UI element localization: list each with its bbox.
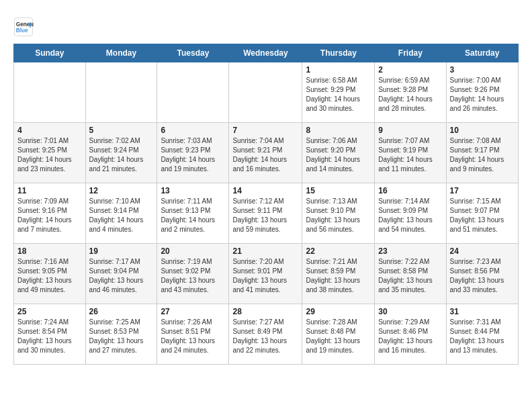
day-number: 13 xyxy=(161,186,225,195)
calendar-body: 1Sunrise: 6:58 AM Sunset: 9:29 PM Daylig… xyxy=(14,62,519,365)
day-number: 7 xyxy=(232,126,298,135)
calendar-cell: 1Sunrise: 6:58 AM Sunset: 9:29 PM Daylig… xyxy=(302,62,375,123)
calendar-cell: 8Sunrise: 7:06 AM Sunset: 9:20 PM Daylig… xyxy=(302,123,375,183)
day-info: Sunrise: 7:14 AM Sunset: 9:09 PM Dayligh… xyxy=(378,197,442,234)
calendar-cell: 26Sunrise: 7:25 AM Sunset: 8:53 PM Dayli… xyxy=(85,304,157,365)
day-number: 19 xyxy=(89,246,154,256)
day-info: Sunrise: 7:01 AM Sunset: 9:25 PM Dayligh… xyxy=(17,136,82,174)
calendar-cell: 29Sunrise: 7:28 AM Sunset: 8:48 PM Dayli… xyxy=(302,304,375,365)
day-of-week-header: Saturday xyxy=(446,44,518,62)
calendar-cell: 2Sunrise: 6:59 AM Sunset: 9:28 PM Daylig… xyxy=(375,62,446,123)
day-info: Sunrise: 7:07 AM Sunset: 9:19 PM Dayligh… xyxy=(378,136,442,174)
day-number: 28 xyxy=(232,307,298,316)
day-info: Sunrise: 7:13 AM Sunset: 9:10 PM Dayligh… xyxy=(306,197,371,234)
day-info: Sunrise: 7:19 AM Sunset: 9:02 PM Dayligh… xyxy=(161,257,225,295)
calendar-cell: 16Sunrise: 7:14 AM Sunset: 9:09 PM Dayli… xyxy=(375,183,446,244)
day-info: Sunrise: 7:29 AM Sunset: 8:46 PM Dayligh… xyxy=(378,318,442,355)
calendar-week-row: 1Sunrise: 6:58 AM Sunset: 9:29 PM Daylig… xyxy=(14,62,519,123)
calendar-cell: 4Sunrise: 7:01 AM Sunset: 9:25 PM Daylig… xyxy=(14,123,86,183)
day-number: 9 xyxy=(378,126,442,135)
day-of-week-header: Wednesday xyxy=(229,44,302,62)
day-info: Sunrise: 7:15 AM Sunset: 9:07 PM Dayligh… xyxy=(450,197,515,234)
calendar-cell: 19Sunrise: 7:17 AM Sunset: 9:04 PM Dayli… xyxy=(85,244,157,304)
day-number: 11 xyxy=(17,186,82,195)
day-info: Sunrise: 7:24 AM Sunset: 8:54 PM Dayligh… xyxy=(17,318,82,355)
logo: General Blue xyxy=(13,17,36,37)
day-info: Sunrise: 7:08 AM Sunset: 9:17 PM Dayligh… xyxy=(450,136,515,174)
calendar-cell: 6Sunrise: 7:03 AM Sunset: 9:23 PM Daylig… xyxy=(157,123,229,183)
calendar-cell: 15Sunrise: 7:13 AM Sunset: 9:10 PM Dayli… xyxy=(302,183,375,244)
day-info: Sunrise: 7:12 AM Sunset: 9:11 PM Dayligh… xyxy=(232,197,298,234)
day-of-week-header: Sunday xyxy=(14,44,86,62)
svg-text:Blue: Blue xyxy=(16,28,28,34)
day-info: Sunrise: 7:03 AM Sunset: 9:23 PM Dayligh… xyxy=(161,136,225,174)
day-number: 12 xyxy=(89,186,154,195)
day-number: 16 xyxy=(378,186,442,195)
day-number: 8 xyxy=(306,126,371,135)
day-number: 10 xyxy=(450,126,515,135)
day-info: Sunrise: 6:58 AM Sunset: 9:29 PM Dayligh… xyxy=(306,76,371,113)
calendar-cell: 22Sunrise: 7:21 AM Sunset: 8:59 PM Dayli… xyxy=(302,244,375,304)
calendar-cell: 28Sunrise: 7:27 AM Sunset: 8:49 PM Dayli… xyxy=(229,304,302,365)
day-number: 30 xyxy=(378,307,442,316)
day-number: 22 xyxy=(306,246,371,256)
calendar-cell: 18Sunrise: 7:16 AM Sunset: 9:05 PM Dayli… xyxy=(14,244,86,304)
day-info: Sunrise: 7:25 AM Sunset: 8:53 PM Dayligh… xyxy=(89,318,154,355)
day-number: 18 xyxy=(17,246,82,256)
day-of-week-header: Monday xyxy=(85,44,157,62)
day-number: 29 xyxy=(306,307,371,316)
day-number: 14 xyxy=(232,186,298,195)
day-number: 20 xyxy=(161,246,225,256)
day-info: Sunrise: 7:10 AM Sunset: 9:14 PM Dayligh… xyxy=(89,197,154,234)
calendar-cell: 23Sunrise: 7:22 AM Sunset: 8:58 PM Dayli… xyxy=(375,244,446,304)
calendar-cell: 27Sunrise: 7:26 AM Sunset: 8:51 PM Dayli… xyxy=(157,304,229,365)
calendar-week-row: 25Sunrise: 7:24 AM Sunset: 8:54 PM Dayli… xyxy=(14,304,519,365)
calendar-cell xyxy=(157,62,229,123)
calendar-cell: 9Sunrise: 7:07 AM Sunset: 9:19 PM Daylig… xyxy=(375,123,446,183)
day-of-week-header: Tuesday xyxy=(157,44,229,62)
calendar-week-row: 4Sunrise: 7:01 AM Sunset: 9:25 PM Daylig… xyxy=(14,123,519,183)
day-number: 31 xyxy=(450,307,515,316)
day-info: Sunrise: 7:00 AM Sunset: 9:26 PM Dayligh… xyxy=(450,76,515,113)
day-of-week-header: Thursday xyxy=(302,44,375,62)
day-info: Sunrise: 7:26 AM Sunset: 8:51 PM Dayligh… xyxy=(161,318,225,355)
calendar-cell: 3Sunrise: 7:00 AM Sunset: 9:26 PM Daylig… xyxy=(446,62,518,123)
day-number: 17 xyxy=(450,186,515,195)
day-of-week-header: Friday xyxy=(375,44,446,62)
day-info: Sunrise: 7:02 AM Sunset: 9:24 PM Dayligh… xyxy=(89,136,154,174)
day-number: 5 xyxy=(89,126,154,135)
day-number: 15 xyxy=(306,186,371,195)
page-header: General Blue xyxy=(13,13,519,37)
day-number: 26 xyxy=(89,307,154,316)
days-of-week-row: SundayMondayTuesdayWednesdayThursdayFrid… xyxy=(14,44,519,62)
day-info: Sunrise: 7:21 AM Sunset: 8:59 PM Dayligh… xyxy=(306,257,371,295)
logo-icon: General Blue xyxy=(13,17,34,37)
day-number: 2 xyxy=(378,65,442,75)
day-info: Sunrise: 7:09 AM Sunset: 9:16 PM Dayligh… xyxy=(17,197,82,234)
day-info: Sunrise: 7:20 AM Sunset: 9:01 PM Dayligh… xyxy=(232,257,298,295)
day-number: 4 xyxy=(17,126,82,135)
day-info: Sunrise: 7:22 AM Sunset: 8:58 PM Dayligh… xyxy=(378,257,442,295)
calendar-cell: 21Sunrise: 7:20 AM Sunset: 9:01 PM Dayli… xyxy=(229,244,302,304)
day-number: 3 xyxy=(450,65,515,75)
calendar-cell: 25Sunrise: 7:24 AM Sunset: 8:54 PM Dayli… xyxy=(14,304,86,365)
day-info: Sunrise: 6:59 AM Sunset: 9:28 PM Dayligh… xyxy=(378,76,442,113)
day-info: Sunrise: 7:16 AM Sunset: 9:05 PM Dayligh… xyxy=(17,257,82,295)
calendar-table: SundayMondayTuesdayWednesdayThursdayFrid… xyxy=(13,44,519,365)
day-info: Sunrise: 7:27 AM Sunset: 8:49 PM Dayligh… xyxy=(232,318,298,355)
day-number: 1 xyxy=(306,65,371,75)
calendar-cell: 11Sunrise: 7:09 AM Sunset: 9:16 PM Dayli… xyxy=(14,183,86,244)
calendar-cell: 30Sunrise: 7:29 AM Sunset: 8:46 PM Dayli… xyxy=(375,304,446,365)
day-number: 23 xyxy=(378,246,442,256)
calendar-cell: 5Sunrise: 7:02 AM Sunset: 9:24 PM Daylig… xyxy=(85,123,157,183)
calendar-cell: 7Sunrise: 7:04 AM Sunset: 9:21 PM Daylig… xyxy=(229,123,302,183)
calendar-cell: 13Sunrise: 7:11 AM Sunset: 9:13 PM Dayli… xyxy=(157,183,229,244)
calendar-cell: 20Sunrise: 7:19 AM Sunset: 9:02 PM Dayli… xyxy=(157,244,229,304)
day-info: Sunrise: 7:17 AM Sunset: 9:04 PM Dayligh… xyxy=(89,257,154,295)
calendar-week-row: 18Sunrise: 7:16 AM Sunset: 9:05 PM Dayli… xyxy=(14,244,519,304)
day-info: Sunrise: 7:28 AM Sunset: 8:48 PM Dayligh… xyxy=(306,318,371,355)
calendar-cell xyxy=(14,62,86,123)
day-number: 6 xyxy=(161,126,225,135)
calendar-cell: 14Sunrise: 7:12 AM Sunset: 9:11 PM Dayli… xyxy=(229,183,302,244)
calendar-cell: 17Sunrise: 7:15 AM Sunset: 9:07 PM Dayli… xyxy=(446,183,518,244)
